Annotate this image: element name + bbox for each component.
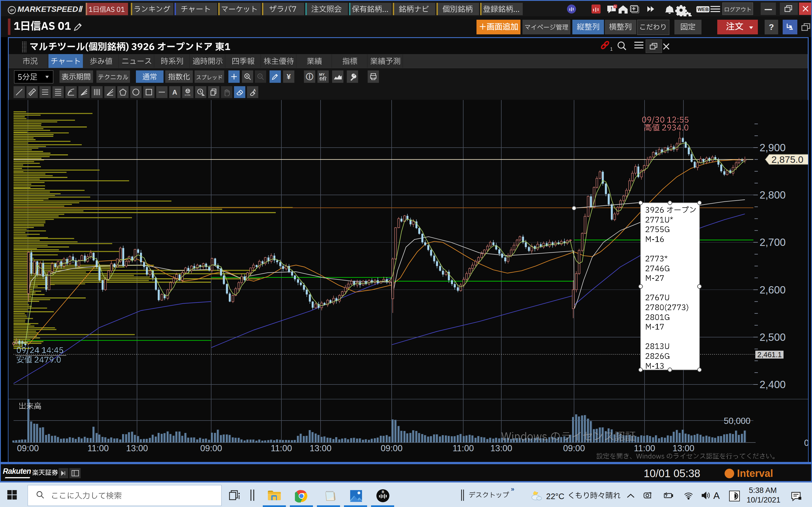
svg-text:13:00: 13:00 [490, 443, 512, 453]
svg-text:ICON: ICON [185, 94, 190, 96]
svg-text:11:00: 11:00 [453, 443, 474, 453]
svg-text:09:00: 09:00 [17, 443, 39, 453]
svg-text:!: ! [611, 6, 612, 11]
svg-text:2,700: 2,700 [760, 237, 786, 248]
svg-text:09:00: 09:00 [200, 443, 222, 453]
svg-text:2,900: 2,900 [760, 142, 786, 154]
svg-text:0: 0 [804, 438, 808, 448]
svg-text:50,000: 50,000 [724, 416, 751, 426]
svg-text:13:00: 13:00 [126, 443, 148, 453]
svg-text:11:00: 11:00 [271, 443, 292, 453]
svg-text:WEB: WEB [698, 7, 709, 12]
svg-text:13:00: 13:00 [310, 443, 332, 453]
svg-text:11:00: 11:00 [634, 443, 655, 453]
svg-text:2,400: 2,400 [760, 379, 786, 390]
svg-text:2,500: 2,500 [760, 332, 786, 343]
svg-text:1: 1 [610, 47, 613, 52]
svg-text:09:00: 09:00 [380, 443, 403, 453]
svg-text:11:00: 11:00 [87, 443, 109, 453]
svg-text:MY: MY [319, 72, 325, 76]
svg-text:A: A [253, 88, 256, 93]
svg-text:A: A [172, 89, 177, 96]
svg-text:2,461.1: 2,461.1 [757, 350, 782, 359]
svg-text:2,600: 2,600 [760, 284, 786, 296]
svg-text:N: N [614, 5, 616, 8]
svg-text:09:00: 09:00 [563, 443, 585, 453]
svg-text:R: R [382, 490, 384, 494]
svg-text:13:00: 13:00 [672, 443, 695, 453]
svg-text:2,875.0: 2,875.0 [771, 154, 803, 165]
svg-text:2,800: 2,800 [760, 189, 786, 201]
